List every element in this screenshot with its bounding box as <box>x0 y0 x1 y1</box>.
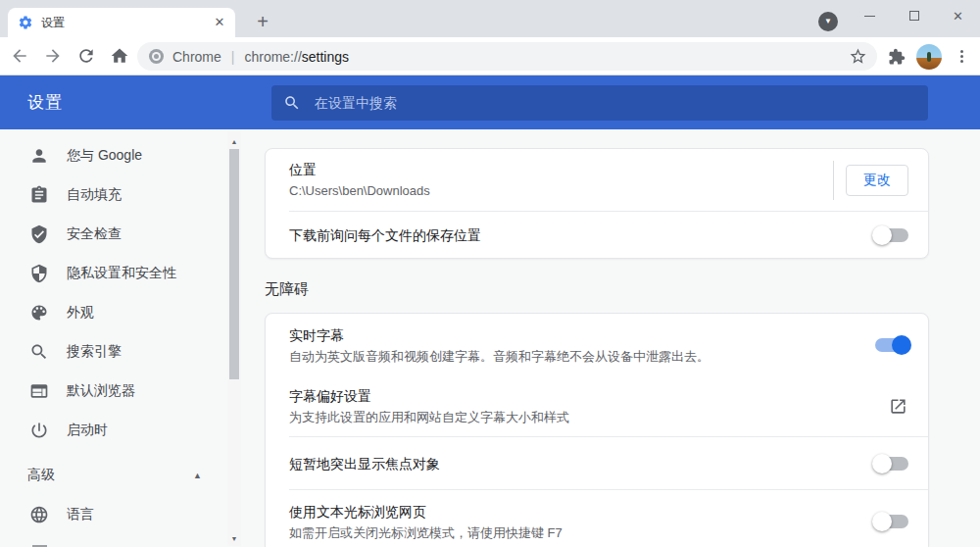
tab-strip: 设置 ✕ + ▼ ✕ <box>0 0 980 37</box>
scroll-up-arrow[interactable]: ▲ <box>227 134 241 148</box>
advanced-label: 高级 <box>27 467 193 484</box>
sidebar-item-label: 隐私设置和安全性 <box>67 265 176 282</box>
minimize-button[interactable] <box>848 0 892 31</box>
highlight-focus-row: 短暂地突出显示焦点对象 <box>266 437 928 489</box>
live-caption-desc: 自动为英文版音频和视频创建字幕。音频和字幕绝不会从设备中泄露出去。 <box>289 347 859 366</box>
site-chip-label: Chrome <box>172 49 221 65</box>
chrome-logo-icon <box>149 49 164 64</box>
address-bar[interactable]: Chrome | chrome://settings <box>137 42 877 71</box>
back-button[interactable] <box>6 42 33 70</box>
profile-avatar[interactable] <box>916 44 942 70</box>
sidebar-item-on-startup[interactable]: 启动时 <box>0 411 227 450</box>
page-title: 设置 <box>27 91 63 114</box>
close-button[interactable]: ✕ <box>936 0 980 31</box>
sidebar-item-autofill[interactable]: 自动填充 <box>0 175 227 215</box>
url-scheme: chrome:// <box>244 49 301 65</box>
caption-preferences-row[interactable]: 字幕偏好设置 为支持此设置的应用和网站自定义字幕大小和样式 <box>266 376 928 436</box>
home-button[interactable] <box>106 42 133 70</box>
caption-pref-desc: 为支持此设置的应用和网站自定义字幕大小和样式 <box>289 408 873 426</box>
highlight-focus-title: 短暂地突出显示焦点对象 <box>289 454 859 473</box>
reload-button[interactable] <box>73 42 100 70</box>
new-tab-button[interactable]: + <box>249 9 276 36</box>
caret-browsing-desc: 如需开启或关闭光标浏览模式，请使用快捷键 F7 <box>289 523 859 542</box>
external-link-button[interactable] <box>889 397 908 417</box>
settings-search-box[interactable] <box>271 85 928 121</box>
toggle-knob <box>872 454 892 473</box>
settings-search-input[interactable] <box>315 95 884 111</box>
settings-content: 位置 C:\Users\ben\Downloads 更改 下载前询问每个文件的保… <box>227 129 980 546</box>
toggle-knob <box>872 225 892 245</box>
sidebar-item-label: 安全检查 <box>67 225 122 243</box>
highlight-focus-toggle[interactable] <box>875 457 908 471</box>
sidebar-item-label: 默认浏览器 <box>67 382 135 400</box>
tab-title: 设置 <box>41 15 212 31</box>
sidebar-item-search-engine[interactable]: 搜索引擎 <box>0 332 227 372</box>
chevron-up-icon: ▲ <box>193 471 202 480</box>
forward-button[interactable] <box>39 42 67 70</box>
sidebar-item-label: 自动填充 <box>67 186 122 204</box>
globe-icon <box>29 505 49 524</box>
shield-icon <box>29 264 49 283</box>
tab-search-button[interactable]: ▼ <box>818 12 838 31</box>
ask-download-location-toggle[interactable] <box>875 228 908 242</box>
scrollbar-thumb[interactable] <box>229 149 239 379</box>
extensions-button[interactable] <box>883 43 910 71</box>
sidebar-item-label: 语言 <box>67 506 94 523</box>
settings-sidebar: 您与 Google 自动填充 安全检查 隐私设置和安全性 外观 搜索引擎 默认浏… <box>0 129 227 546</box>
sidebar-item-safety-check[interactable]: 安全检查 <box>0 215 227 254</box>
live-caption-title: 实时字幕 <box>289 325 859 345</box>
tab-settings[interactable]: 设置 ✕ <box>8 8 235 37</box>
sidebar-item-privacy-security[interactable]: 隐私设置和安全性 <box>0 254 227 293</box>
sidebar-item-label: 您与 Google <box>67 147 142 165</box>
search-icon <box>29 342 49 362</box>
scroll-down-arrow[interactable]: ▼ <box>227 531 241 545</box>
puzzle-icon <box>888 48 906 66</box>
arrow-forward-icon <box>43 46 63 66</box>
sidebar-item-you-and-google[interactable]: 您与 Google <box>0 136 227 175</box>
tab-close-icon[interactable]: ✕ <box>212 15 227 30</box>
sidebar-advanced-toggle[interactable]: 高级 ▲ <box>0 456 227 495</box>
sidebar-item-default-browser[interactable]: 默认浏览器 <box>0 372 227 411</box>
open-in-new-icon <box>889 397 907 416</box>
location-title: 位置 <box>289 160 825 179</box>
url-separator: | <box>231 49 235 65</box>
sidebar-item-languages[interactable]: 语言 <box>0 495 227 534</box>
sidebar-item-label: 启动时 <box>67 422 108 439</box>
caption-pref-title: 字幕偏好设置 <box>289 386 873 406</box>
sidebar-item-label: 搜索引擎 <box>67 343 122 361</box>
vertical-separator <box>833 161 834 200</box>
search-icon <box>283 94 301 112</box>
change-location-button[interactable]: 更改 <box>846 165 908 196</box>
toggle-knob <box>892 335 911 355</box>
maximize-button[interactable] <box>892 0 936 31</box>
live-caption-row: 实时字幕 自动为英文版音频和视频创建字幕。音频和字幕绝不会从设备中泄露出去。 <box>266 314 928 376</box>
person-icon <box>29 146 49 166</box>
arrow-back-icon <box>10 46 29 66</box>
power-icon <box>29 421 49 440</box>
live-caption-toggle[interactable] <box>875 338 908 352</box>
ask-row-title: 下载前询问每个文件的保存位置 <box>289 225 859 245</box>
sidebar-item-label: 外观 <box>67 304 94 322</box>
content-scrollbar[interactable]: ▲ ▼ <box>227 131 241 546</box>
home-icon <box>110 46 129 66</box>
settings-header: 设置 <box>0 75 980 129</box>
download-location-row: 位置 C:\Users\ben\Downloads 更改 <box>266 149 928 211</box>
gear-favicon-icon <box>18 15 33 30</box>
caret-browsing-toggle[interactable] <box>875 515 908 528</box>
accessibility-section-title: 无障碍 <box>265 280 980 299</box>
bookmark-button[interactable] <box>849 47 868 67</box>
chevron-down-icon: ▼ <box>824 18 832 25</box>
url-host: settings <box>302 49 349 65</box>
minimize-icon <box>864 16 875 17</box>
reload-icon <box>76 46 96 66</box>
browser-menu-button[interactable] <box>948 43 975 71</box>
clipboard-icon <box>29 185 49 205</box>
browser-window-icon <box>29 381 49 401</box>
sidebar-item-appearance[interactable]: 外观 <box>0 293 227 332</box>
caret-browsing-title: 使用文本光标浏览网页 <box>289 502 859 522</box>
star-icon <box>849 47 867 66</box>
shield-check-icon <box>29 224 49 244</box>
location-path: C:\Users\ben\Downloads <box>289 181 825 200</box>
palette-icon <box>29 303 49 323</box>
maximize-icon <box>909 11 919 21</box>
